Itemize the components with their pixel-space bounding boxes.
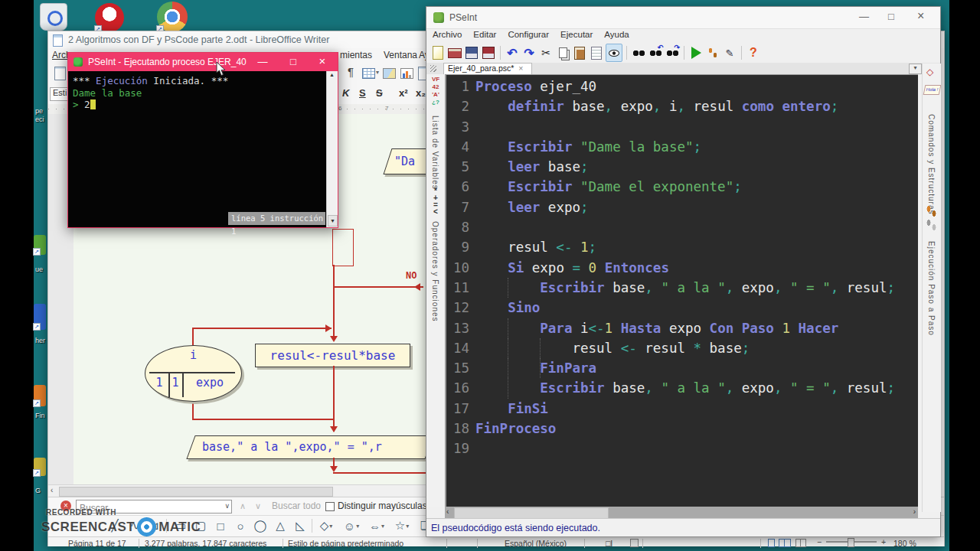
console-vscrollbar[interactable]: ▲ ▼ — [326, 71, 338, 227]
shape-circle-icon[interactable]: ◯ — [252, 517, 269, 534]
code-line[interactable]: 2 definir base, expo, i, resul como ente… — [446, 96, 918, 116]
page-style[interactable]: Estilo de página predeterminado — [288, 539, 403, 548]
flowchart-panel-icon[interactable]: ◇ — [926, 67, 933, 77]
table-dropdown-icon[interactable]: ▾ — [376, 69, 379, 76]
chrome-icon[interactable]: ↗ — [157, 2, 188, 32]
menu-ayuda[interactable]: Ayuda — [604, 30, 629, 43]
dropdown-caret-icon[interactable]: ▾ — [406, 523, 409, 530]
find-icon[interactable] — [631, 44, 646, 61]
help-icon[interactable] — [746, 44, 761, 61]
save-all-icon[interactable] — [481, 44, 496, 61]
recycle-bin-icon[interactable] — [40, 3, 67, 31]
shape-stars-icon[interactable]: ☆▾ — [394, 517, 410, 534]
page-number[interactable]: Página 11 de 17 — [68, 539, 126, 548]
console-titlebar[interactable]: PSeInt - Ejecutando proceso EJER_40 — □ … — [68, 53, 338, 71]
scroll-thumb[interactable] — [59, 487, 333, 497]
desktop-shortcut-icon[interactable]: ↗ — [34, 385, 46, 406]
menu-configurar[interactable]: Configurar — [508, 30, 549, 43]
code-line[interactable]: 12 Sino — [446, 298, 918, 318]
match-case-checkbox[interactable] — [325, 502, 335, 511]
menu-editar[interactable]: Editar — [473, 30, 496, 43]
code-line[interactable]: 8 — [446, 217, 918, 237]
shape-symbol-shapes-icon[interactable]: ☺▾ — [343, 517, 360, 534]
code-line[interactable]: 16 Escribir base, " a la ", expo, " = ",… — [446, 378, 918, 398]
close-button[interactable]: × — [917, 9, 924, 23]
report-icon[interactable] — [589, 44, 604, 61]
console-line-input[interactable]: > 2 — [73, 99, 338, 111]
new-doc-icon[interactable] — [54, 67, 66, 80]
dropdown-caret-icon[interactable]: ▾ — [356, 523, 359, 530]
code-line[interactable]: 4 Escribir "Dame la base"; — [446, 137, 918, 157]
format-button-subscript[interactable]: x₂ — [416, 87, 426, 99]
tab-ejer40[interactable]: Ejer_40_para.psc* × — [443, 63, 532, 74]
shape-right-triangle-icon[interactable]: ◺ — [292, 517, 309, 534]
console-output[interactable]: *** Ejecución Iniciada. *** Dame la base… — [68, 71, 338, 227]
chart-icon[interactable] — [400, 68, 413, 79]
dropdown-caret-icon[interactable]: ▾ — [381, 523, 384, 530]
zoom-level[interactable]: 180 % — [893, 539, 916, 548]
red-app-icon[interactable]: ↗ — [95, 3, 124, 32]
tab-close-icon[interactable]: × — [518, 64, 523, 73]
scroll-down-icon[interactable]: ▼ — [328, 215, 338, 227]
console-maximize-button[interactable]: □ — [286, 56, 301, 67]
open-icon[interactable] — [447, 44, 462, 61]
zoom-in-icon[interactable]: + — [881, 537, 886, 546]
code-line[interactable]: 10 Si expo = 0 Entonces — [446, 258, 918, 278]
code-line[interactable]: 6 Escribir "Dame el exponente"; — [446, 177, 918, 197]
menu-fragment-mientas[interactable]: mientas — [340, 50, 372, 60]
dropdown-caret-icon[interactable]: ▾ — [329, 523, 332, 530]
shape-square-icon[interactable]: □ — [212, 517, 229, 534]
code-line[interactable]: 14 resul <- resul * base; — [446, 338, 918, 358]
scroll-right-icon[interactable]: › — [913, 507, 916, 516]
code-line[interactable]: 15 FinPara — [446, 358, 918, 378]
undo-icon[interactable] — [505, 44, 520, 61]
menu-archivo[interactable]: Archivo — [433, 30, 462, 43]
hola-demo-icon[interactable]: Hola ! — [923, 85, 942, 95]
image-icon[interactable] — [383, 68, 396, 79]
editor-hscrollbar[interactable]: ‹ › — [445, 507, 918, 518]
zoom-slider-thumb[interactable] — [848, 538, 854, 547]
run-icon[interactable] — [688, 44, 704, 61]
word-count[interactable]: 3.277 palabras, 17.847 caracteres — [145, 539, 266, 548]
new-icon[interactable] — [430, 44, 446, 61]
panel-tab-variables[interactable]: Lista de Variables — [431, 116, 439, 190]
pilcrow-icon[interactable]: ¶ — [348, 65, 354, 78]
maximize-button[interactable]: □ — [888, 11, 894, 22]
code-line[interactable]: 1Proceso ejer_40 — [446, 77, 918, 96]
flow-icon[interactable] — [722, 44, 737, 61]
shape-triangle-icon[interactable]: △ — [272, 517, 289, 534]
writer-hscrollbar[interactable]: ‹ — [48, 484, 426, 497]
scroll-thumb[interactable] — [454, 507, 609, 519]
code-line[interactable]: 17 FinSi — [446, 399, 918, 419]
redo-icon[interactable] — [521, 44, 537, 61]
shape-ellipse-icon[interactable]: ○ — [232, 517, 249, 534]
find-next-icon[interactable] — [665, 44, 680, 61]
shape-basic-shapes-icon[interactable]: ◇▾ — [318, 517, 335, 534]
zoom-slider[interactable] — [826, 541, 877, 543]
code-line[interactable]: 18FinProceso — [446, 419, 918, 439]
code-line[interactable]: 11 Escribir base, " a la ", expo, " = ",… — [446, 278, 918, 298]
pseint-titlebar[interactable]: PSeInt — □ × — [426, 7, 940, 29]
console-close-button[interactable]: × — [315, 54, 330, 67]
syntax-icon[interactable] — [606, 44, 622, 62]
menu-fragment-ventana[interactable]: Ventana — [384, 50, 417, 60]
code-line[interactable]: 5 leer base; — [446, 157, 918, 177]
code-line[interactable]: 3 — [446, 117, 918, 137]
format-button-underline[interactable]: S — [359, 87, 366, 99]
book-view-icon[interactable] — [795, 539, 806, 547]
desktop-shortcut-icon[interactable]: ↗ — [34, 304, 46, 330]
format-button-italic[interactable]: K — [342, 87, 349, 99]
code-line[interactable]: 9 resul <- 1; — [446, 237, 918, 257]
scroll-left-icon[interactable]: ‹ — [51, 486, 53, 494]
minimize-button[interactable]: — — [859, 11, 869, 22]
code-line[interactable]: 7 leer expo; — [446, 197, 918, 217]
search-dropdown-icon[interactable]: ∨ — [224, 502, 230, 510]
desktop-shortcut-icon[interactable]: ↗ — [34, 235, 46, 255]
find-all-label[interactable]: Buscar todo — [272, 500, 321, 511]
selection-mode-indicator[interactable]: □I — [606, 539, 612, 548]
format-button-strikethrough[interactable]: S — [376, 87, 383, 99]
panel-tab-operators[interactable]: Operadores y Funciones — [431, 221, 439, 322]
desktop-shortcut-icon[interactable]: ↗ — [34, 458, 46, 476]
find-next-icon[interactable]: ∨ — [255, 501, 261, 511]
panel-tab-commands[interactable]: Comandos y Estructuras — [927, 114, 936, 215]
